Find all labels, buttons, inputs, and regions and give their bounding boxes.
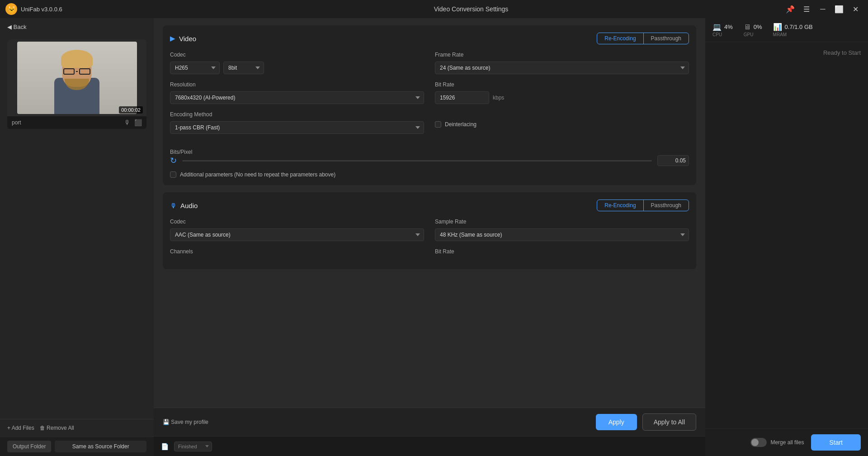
frame-rate-group: Frame Rate 24 (Same as source) xyxy=(435,52,689,74)
mram-stat: 📊 0.7/1.0 GB MRAM xyxy=(773,23,813,37)
bits-pixel-section: Bits/Pixel ↻ xyxy=(170,148,689,166)
deinterlacing-label: Deinterlacing xyxy=(445,121,476,128)
audio-passthrough-tab[interactable]: Passthrough xyxy=(643,200,689,211)
cpu-value: 4% xyxy=(724,24,733,30)
add-files-button[interactable]: + Add Files xyxy=(7,425,34,431)
start-button[interactable]: Start xyxy=(811,434,861,451)
dialog-content: ▶ Video Re-Encoding Passthrough xyxy=(154,18,705,408)
bits-pixel-slider-track[interactable] xyxy=(182,160,652,162)
audio-section: 🎙 Audio Re-Encoding Passthrough xyxy=(163,192,696,269)
sample-rate-select[interactable]: 48 KHz (Same as source) xyxy=(435,228,689,241)
frame-rate-select[interactable]: 24 (Same as source) xyxy=(435,62,689,74)
audio-encoding-tabs[interactable]: Re-Encoding Passthrough xyxy=(597,200,689,211)
center-panel: ▶ Video Re-Encoding Passthrough xyxy=(154,18,705,456)
frame-rate-label: Frame Rate xyxy=(435,52,689,58)
video-icon: ▶ xyxy=(170,34,175,43)
resolution-select[interactable]: 7680x4320 (AI-Powered) xyxy=(170,91,424,104)
save-profile-button[interactable]: 💾 Save my profile xyxy=(163,419,208,425)
channels-label: Channels xyxy=(170,248,424,255)
audio-bitrate-group: Bit Rate xyxy=(435,248,689,255)
apply-button[interactable]: Apply xyxy=(596,414,637,430)
audio-icon: 🎙 xyxy=(170,202,177,209)
bit-rate-input[interactable] xyxy=(435,91,489,104)
ready-area: Ready to Start xyxy=(705,42,868,428)
back-button[interactable]: ◀ Back xyxy=(0,18,154,36)
codec-label: Codec xyxy=(170,52,424,58)
resolution-bitrate-row: Resolution 7680x4320 (AI-Powered) Bit Ra… xyxy=(170,81,689,104)
codec-framerate-row: Codec H265 8bit Frame Rate xyxy=(170,52,689,74)
bit-rate-input-row: kbps xyxy=(435,91,689,104)
remove-all-button[interactable]: 🗑 Remove All xyxy=(40,425,74,431)
file-preview: 00:00:02 port 🎙 ⬛ xyxy=(7,39,146,129)
file-name: port xyxy=(12,119,21,126)
encoding-method-select[interactable]: 1-pass CBR (Fast) xyxy=(170,121,424,134)
additional-params-row: Additional parameters (No need to repeat… xyxy=(170,171,689,178)
encoding-method-group: Encoding Method 1-pass CBR (Fast) xyxy=(170,111,424,134)
toggle-knob xyxy=(751,439,759,446)
codec-select[interactable]: H265 xyxy=(170,62,220,74)
merge-toggle[interactable] xyxy=(750,438,767,447)
deinterlacing-row: Deinterlacing xyxy=(435,121,689,128)
left-footer: + Add Files 🗑 Remove All xyxy=(0,419,154,437)
gpu-stat: 🖥 0% GPU xyxy=(744,23,762,37)
bits-pixel-label: Bits/Pixel xyxy=(170,149,192,155)
finished-select[interactable]: Finished Do Nothing xyxy=(174,442,212,451)
encoding-deinterlace-row: Encoding Method 1-pass CBR (Fast) Deinte… xyxy=(170,111,689,141)
dialog-footer: 💾 Save my profile Apply Apply to All xyxy=(154,408,705,436)
mram-icon: 📊 xyxy=(773,23,782,31)
pin-button[interactable]: 📌 xyxy=(783,2,797,16)
merge-toggle-row: Merge all files xyxy=(750,438,804,447)
bits-pixel-slider-row: ↻ xyxy=(170,155,689,166)
audio-section-header: 🎙 Audio Re-Encoding Passthrough xyxy=(170,200,689,211)
sample-rate-label: Sample Rate xyxy=(435,218,689,225)
minimize-button[interactable]: ─ xyxy=(816,2,830,16)
bit-rate-unit: kbps xyxy=(493,95,504,101)
gpu-icon-row: 🖥 0% xyxy=(744,23,762,31)
left-panel: ◀ Back xyxy=(0,18,154,456)
preview-info: port 🎙 ⬛ xyxy=(7,116,146,129)
menu-button[interactable]: ☰ xyxy=(799,2,814,16)
additional-params-checkbox[interactable] xyxy=(170,171,176,178)
deinterlacing-checkbox[interactable] xyxy=(435,121,441,128)
video-encoding-tabs[interactable]: Re-Encoding Passthrough xyxy=(597,33,689,44)
bit-depth-select[interactable]: 8bit xyxy=(223,62,264,74)
preview-action-icons: 🎙 ⬛ xyxy=(124,119,142,126)
title-bar-controls: 📌 ☰ ─ ⬜ ✕ xyxy=(783,2,863,16)
deinterlacing-group: Deinterlacing xyxy=(435,111,689,128)
output-folder-bar: Output Folder Same as Source Folder xyxy=(0,437,154,456)
passthrough-tab[interactable]: Passthrough xyxy=(643,33,689,44)
output-folder-button[interactable]: Output Folder xyxy=(7,441,51,452)
gpu-icon: 🖥 xyxy=(744,23,751,31)
cpu-label: CPU xyxy=(712,32,722,37)
maximize-button[interactable]: ⬜ xyxy=(832,2,846,16)
codec-select-row: H265 8bit xyxy=(170,62,424,74)
title-bar: 🐱 UniFab v3.0.0.6 Video Conversion Setti… xyxy=(0,0,868,18)
video-section-title: ▶ Video xyxy=(170,34,196,43)
audio-codec-label: Codec xyxy=(170,218,424,225)
audio-re-encoding-tab[interactable]: Re-Encoding xyxy=(597,200,643,211)
loading-spinner-icon: ↻ xyxy=(170,156,177,166)
cpu-icon: 💻 xyxy=(712,23,722,31)
thumbnail-image xyxy=(17,42,137,114)
dialog-title: Video Conversion Settings xyxy=(159,5,783,13)
mram-label: MRAM xyxy=(773,32,787,37)
apply-all-button[interactable]: Apply to All xyxy=(642,413,696,431)
audio-codec-group: Codec AAC (Same as source) xyxy=(170,218,424,241)
video-section: ▶ Video Re-Encoding Passthrough xyxy=(163,25,696,185)
subtitle-icon: ⬛ xyxy=(134,119,142,126)
right-panel: 💻 4% CPU 🖥 0% GPU 📊 0.7/1.0 GB MRAM xyxy=(705,18,868,456)
stats-bar: 💻 4% CPU 🖥 0% GPU 📊 0.7/1.0 GB MRAM xyxy=(705,18,868,42)
preview-thumbnail: 00:00:02 xyxy=(7,39,146,116)
video-section-header: ▶ Video Re-Encoding Passthrough xyxy=(170,33,689,44)
close-button[interactable]: ✕ xyxy=(848,2,863,16)
mram-icon-row: 📊 0.7/1.0 GB xyxy=(773,23,813,31)
same-as-source-button[interactable]: Same as Source Folder xyxy=(55,441,146,452)
main-layout: ◀ Back xyxy=(0,18,868,456)
title-bar-left: 🐱 UniFab v3.0.0.6 xyxy=(5,3,159,15)
audio-codec-select[interactable]: AAC (Same as source) xyxy=(170,228,424,241)
audio-section-title: 🎙 Audio xyxy=(170,202,198,209)
bits-pixel-value-input[interactable] xyxy=(657,155,689,166)
video-timestamp: 00:00:02 xyxy=(119,106,143,114)
bit-rate-group: Bit Rate kbps xyxy=(435,81,689,104)
re-encoding-tab[interactable]: Re-Encoding xyxy=(597,33,643,44)
